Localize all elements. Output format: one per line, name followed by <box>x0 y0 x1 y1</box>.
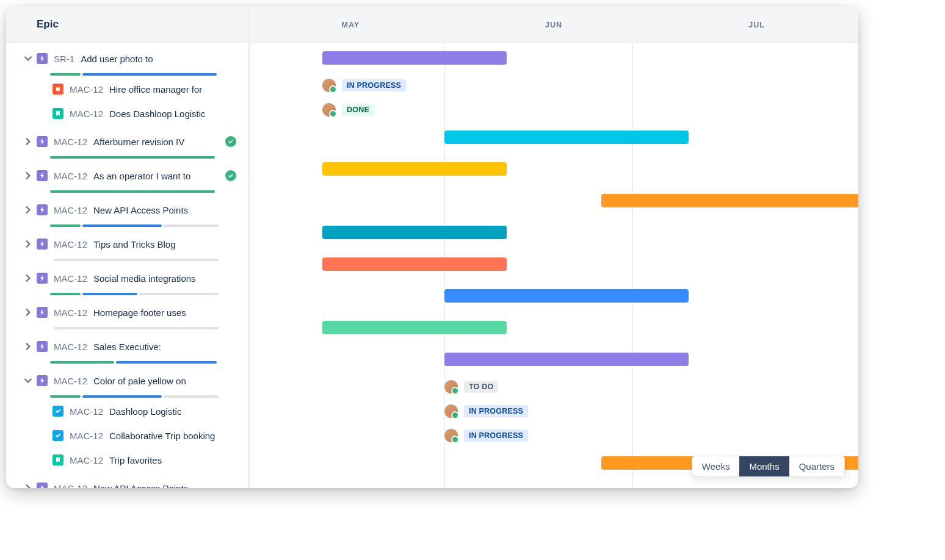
child-task-status: IN PROGRESS <box>444 404 528 418</box>
issue-key[interactable]: MAC-12 <box>54 342 87 352</box>
assignee-avatar[interactable] <box>322 103 336 117</box>
timeline-bar[interactable] <box>601 194 858 207</box>
status-badge[interactable]: IN PROGRESS <box>464 405 528 417</box>
chevron-right-icon[interactable] <box>23 307 33 317</box>
epic-column-header: Epic <box>6 6 249 42</box>
issue-key[interactable]: MAC-12 <box>54 205 87 215</box>
issue-title[interactable]: Color of pale yellow on <box>93 376 186 386</box>
issue-title[interactable]: New API Access Points <box>93 205 188 215</box>
epic-row[interactable]: MAC-12New API Access Points <box>6 194 248 226</box>
epic-row[interactable]: MAC-12Social media integrations <box>6 262 248 294</box>
epic-row[interactable]: MAC-12Color of pale yellow on <box>6 365 248 397</box>
header: Epic MAY JUN JUL <box>6 6 858 43</box>
epic-icon <box>37 483 48 488</box>
epic-icon <box>37 307 48 318</box>
issue-title[interactable]: Hire office manager for <box>109 84 202 95</box>
assignee-avatar[interactable] <box>444 380 458 393</box>
issue-key[interactable]: MAC-12 <box>54 483 87 489</box>
status-badge[interactable]: TO DO <box>464 381 498 393</box>
issue-key[interactable]: MAC-12 <box>70 109 103 119</box>
timeline-bar[interactable] <box>444 131 689 144</box>
epic-icon <box>37 170 48 181</box>
status-badge[interactable]: IN PROGRESS <box>464 429 528 442</box>
issue-title[interactable]: Does Dashloop Logistic <box>109 109 206 119</box>
roadmap-frame: Epic MAY JUN JUL SR-1Add user photo toMA… <box>6 6 858 488</box>
timeline-header: MAY JUN JUL <box>249 6 858 42</box>
timeline-bar[interactable] <box>444 353 689 366</box>
issue-title[interactable]: As an operator I want to <box>93 171 190 181</box>
chevron-down-icon[interactable] <box>23 54 33 63</box>
issue-key[interactable]: MAC-12 <box>54 239 87 249</box>
chevron-right-icon[interactable] <box>23 483 33 488</box>
assignee-avatar[interactable] <box>322 79 336 92</box>
status-badge[interactable]: DONE <box>342 104 374 116</box>
epic-row[interactable]: MAC-12New API Access Points <box>6 472 248 488</box>
issue-key[interactable]: MAC-12 <box>54 376 87 386</box>
epic-row[interactable]: MAC-12Sales Executive: <box>6 331 248 362</box>
month-may: MAY <box>249 6 452 42</box>
issue-key[interactable]: MAC-12 <box>70 431 103 441</box>
chevron-right-icon[interactable] <box>23 137 33 146</box>
chevron-right-icon[interactable] <box>23 273 33 283</box>
task-blue-icon <box>52 430 63 441</box>
epic-row[interactable]: SR-1Add user photo to <box>6 43 248 74</box>
issue-key[interactable]: MAC-12 <box>54 307 87 318</box>
issue-title[interactable]: Trip favorites <box>109 455 162 465</box>
issue-title[interactable]: Afterburner revision IV <box>93 137 184 147</box>
epic-icon <box>37 239 48 249</box>
timeline-bar[interactable] <box>322 162 507 176</box>
epic-row[interactable]: MAC-12Afterburner revision IV <box>6 126 248 157</box>
issue-key[interactable]: MAC-12 <box>54 171 87 181</box>
chevron-right-icon[interactable] <box>23 171 33 181</box>
child-row[interactable]: MAC-12Hire office manager for <box>6 77 248 101</box>
zoom-control: Weeks Months Quarters <box>692 456 845 477</box>
issue-title[interactable]: Sales Executive: <box>93 342 161 352</box>
timeline-bar[interactable] <box>322 226 507 239</box>
story-green-icon <box>52 454 63 465</box>
issue-key[interactable]: SR-1 <box>54 54 74 64</box>
timeline-bar[interactable] <box>322 51 507 65</box>
issue-title[interactable]: Homepage footer uses <box>93 307 186 318</box>
epic-icon <box>37 273 48 284</box>
chevron-down-icon[interactable] <box>23 376 33 386</box>
issue-title[interactable]: New API Access Points <box>93 483 188 489</box>
epic-icon <box>37 375 48 386</box>
task-blue-icon <box>52 406 63 417</box>
epic-row[interactable]: MAC-12Homepage footer uses <box>6 296 248 328</box>
body: SR-1Add user photo toMAC-12Hire office m… <box>6 43 858 488</box>
issue-key[interactable]: MAC-12 <box>70 84 103 95</box>
child-row[interactable]: MAC-12Trip favorites <box>6 448 248 472</box>
timeline-bar[interactable] <box>322 321 507 334</box>
child-row[interactable]: MAC-12Collaborative Trip booking <box>6 423 248 448</box>
issue-title[interactable]: Add user photo to <box>81 54 153 64</box>
child-row[interactable]: MAC-12Dashloop Logistic <box>6 399 248 423</box>
child-task-status: IN PROGRESS <box>444 429 528 442</box>
assignee-avatar[interactable] <box>444 429 458 442</box>
timeline[interactable]: IN PROGRESSDONETO DOIN PROGRESSIN PROGRE… <box>249 43 858 488</box>
chevron-right-icon[interactable] <box>23 342 33 351</box>
story-red-icon <box>52 84 63 95</box>
child-row[interactable]: MAC-12Does Dashloop Logistic <box>6 101 248 126</box>
epic-icon <box>37 136 48 147</box>
assignee-avatar[interactable] <box>444 404 458 418</box>
status-badge[interactable]: IN PROGRESS <box>342 79 406 92</box>
issue-title[interactable]: Social media integrations <box>93 273 196 284</box>
issue-key[interactable]: MAC-12 <box>54 273 87 284</box>
issue-key[interactable]: MAC-12 <box>70 455 103 465</box>
zoom-quarters-button[interactable]: Quarters <box>789 456 844 476</box>
issue-key[interactable]: MAC-12 <box>54 137 87 147</box>
gridline <box>249 43 250 488</box>
timeline-bar[interactable] <box>444 289 689 303</box>
zoom-months-button[interactable]: Months <box>739 456 789 476</box>
timeline-bar[interactable] <box>322 257 507 271</box>
issue-title[interactable]: Dashloop Logistic <box>109 406 181 417</box>
epic-row[interactable]: MAC-12As an operator I want to <box>6 160 248 192</box>
chevron-right-icon[interactable] <box>23 239 33 249</box>
epic-row[interactable]: MAC-12Tips and Tricks Blog <box>6 228 248 260</box>
issue-title[interactable]: Tips and Tricks Blog <box>93 239 176 249</box>
issue-key[interactable]: MAC-12 <box>70 406 103 417</box>
epic-icon <box>37 204 48 215</box>
chevron-right-icon[interactable] <box>23 205 33 215</box>
zoom-weeks-button[interactable]: Weeks <box>692 456 740 476</box>
issue-title[interactable]: Collaborative Trip booking <box>109 431 215 441</box>
